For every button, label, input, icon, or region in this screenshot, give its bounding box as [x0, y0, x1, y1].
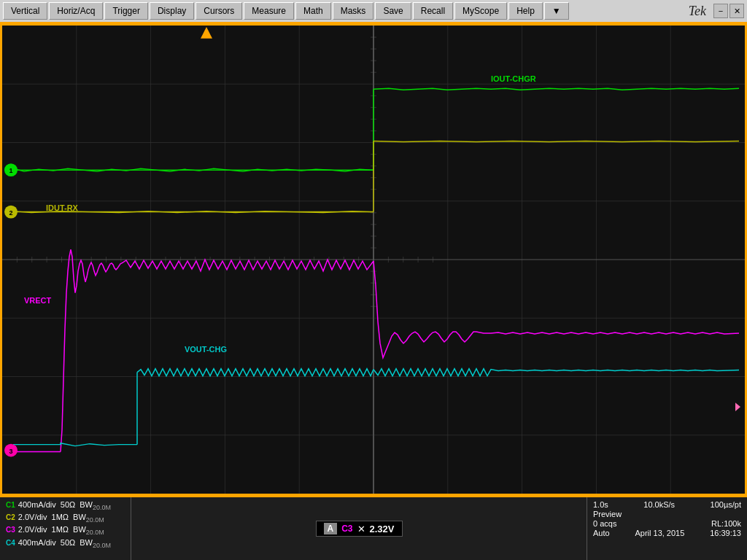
c3-scale: 2.0V/div	[18, 525, 47, 534]
c4-label: C4	[6, 539, 15, 547]
tek-logo: Tek	[689, 4, 706, 19]
c2-label: C2	[6, 513, 15, 521]
ch3-label-vrect: VRECT	[24, 296, 52, 305]
acq-date: April 13, 2015	[635, 529, 684, 537]
record-length: 100µs/pt	[711, 500, 741, 509]
cursor-x-icon: ✕	[357, 524, 365, 534]
minimize-button[interactable]: −	[713, 4, 728, 18]
btn-math[interactable]: Math	[295, 2, 331, 20]
c2-scale: 2.0V/div	[18, 513, 47, 521]
acq-time: 16:39:13	[710, 529, 741, 537]
cursor-channel: C3	[341, 524, 352, 534]
c1-label: C1	[6, 501, 15, 509]
sample-rate: 10.0kS/s	[643, 500, 675, 509]
c2-imp: 1MΩ	[52, 513, 69, 521]
cursor-display: A C3 ✕ 2.32V	[316, 521, 403, 537]
timebase-value: 1.0s	[593, 500, 608, 509]
btn-save[interactable]: Save	[375, 2, 411, 20]
svg-text:3: 3	[9, 448, 12, 455]
cursor-mode: A	[324, 523, 338, 534]
ch2-label-idut: IDUT-RX	[46, 203, 79, 212]
c1-bw: BW20.0M	[80, 500, 111, 511]
cursor-section: A C3 ✕ 2.32V	[131, 497, 587, 560]
btn-horizacq[interactable]: Horiz/Acq	[49, 2, 103, 20]
acq-mode: Preview	[593, 510, 622, 518]
c3-bw: BW20.0M	[73, 525, 104, 536]
oscilloscope-display: IOUT-CHGR IDUT-RX VRECT	[0, 23, 747, 496]
c3-label: C3	[6, 526, 15, 534]
btn-recall[interactable]: Recall	[413, 2, 453, 20]
c2-bw: BW20.0M	[73, 513, 104, 524]
close-button[interactable]: ✕	[729, 4, 744, 18]
btn-myscope[interactable]: MyScope	[454, 2, 507, 20]
btn-display[interactable]: Display	[150, 2, 194, 20]
btn-vertical[interactable]: Vertical	[3, 2, 47, 20]
rl-info: RL:100k	[711, 519, 741, 528]
c4-scale: 400mA/div	[18, 538, 56, 547]
ch1-label-iout-chgr: IOUT-CHGR	[491, 74, 536, 83]
btn-measure[interactable]: Measure	[244, 2, 294, 20]
btn-menu[interactable]: ▼	[544, 2, 569, 20]
ch4-label-vout: VOUT-CHG	[185, 345, 227, 354]
status-bar: C1 400mA/div 50Ω BW20.0M C2 2.0V/div 1MΩ…	[0, 496, 747, 560]
acquisition-info: 1.0s 10.0kS/s 100µs/pt Preview 0 acqs RL…	[587, 497, 747, 560]
svg-text:2: 2	[9, 209, 12, 217]
acqs-count: 0 acqs	[593, 519, 616, 528]
c3-imp: 1MΩ	[52, 525, 69, 534]
c4-imp: 50Ω	[61, 538, 75, 547]
grid: IOUT-CHGR IDUT-RX VRECT	[2, 26, 745, 494]
svg-text:1: 1	[9, 167, 12, 174]
c1-scale: 400mA/div	[18, 500, 56, 509]
cursor-value: 2.32V	[370, 524, 395, 534]
btn-cursors[interactable]: Cursors	[196, 2, 242, 20]
toolbar: Vertical Horiz/Acq Trigger Display Curso…	[0, 0, 747, 23]
channel-settings: C1 400mA/div 50Ω BW20.0M C2 2.0V/div 1MΩ…	[0, 497, 131, 560]
run-mode: Auto	[593, 529, 610, 537]
c1-imp: 50Ω	[61, 500, 75, 509]
btn-trigger[interactable]: Trigger	[104, 2, 148, 20]
c4-bw: BW20.0M	[80, 538, 111, 549]
btn-masks[interactable]: Masks	[333, 2, 374, 20]
btn-help[interactable]: Help	[508, 2, 543, 20]
